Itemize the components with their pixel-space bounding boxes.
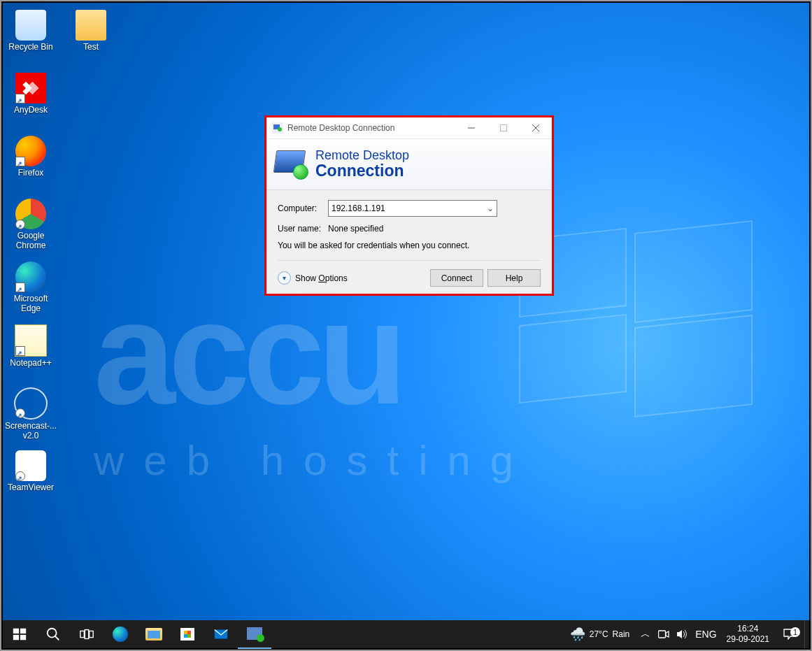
svg-rect-7	[20, 629, 26, 634]
computer-label: Computer:	[278, 203, 328, 213]
weather-cond: Rain	[613, 629, 630, 639]
rdc-large-icon	[275, 149, 308, 180]
notepadpp-icon	[15, 324, 47, 357]
taskbar: 🌧️ 27°C Rain ︿ ENG 16:24 29-09-2021 1	[3, 620, 809, 648]
clock[interactable]: 16:24 29-09-2021	[721, 624, 775, 645]
desktop-icons-col2: Test	[64, 10, 122, 73]
expand-down-icon: ▾	[278, 271, 291, 285]
windows-logo-background	[519, 227, 771, 422]
username-value: None specified	[328, 224, 383, 234]
tray-meet-now[interactable]	[655, 620, 673, 648]
notification-badge: 1	[790, 627, 800, 637]
desktop-icon-firefox[interactable]: Firefox	[4, 136, 57, 189]
search-button[interactable]	[36, 620, 70, 648]
desktop-icon-label: AnyDesk	[14, 105, 48, 115]
svg-rect-16	[659, 631, 666, 638]
desktop-icon-notepad-pp[interactable]: Notepad++	[4, 324, 57, 378]
svg-rect-13	[85, 630, 89, 639]
task-view-button[interactable]	[70, 620, 104, 648]
desktop-icon-label: TeamViewer	[8, 482, 54, 492]
dialog-title: Remote Desktop Connection	[287, 123, 394, 133]
taskbar-microsoft-store[interactable]	[171, 620, 204, 648]
rdc-dialog-highlight: Remote Desktop Connection Remote Desktop…	[264, 115, 554, 296]
chrome-icon	[15, 199, 46, 229]
desktop-icon-anydesk[interactable]: AnyDesk	[4, 73, 57, 126]
svg-rect-9	[20, 635, 26, 640]
chevron-up-icon: ︿	[641, 628, 650, 641]
system-tray: 🌧️ 27°C Rain ︿ ENG 16:24 29-09-2021 1	[563, 620, 809, 648]
desktop-icon-label: Test	[83, 42, 99, 52]
watermark-small: web hosting	[94, 436, 533, 485]
desktop[interactable]: accu web hosting Recycle Bin AnyDesk Fir…	[3, 3, 809, 620]
recycle-bin-icon	[15, 10, 46, 41]
weather-widget[interactable]: 🌧️ 27°C Rain	[563, 627, 637, 642]
screencast-icon	[14, 387, 48, 420]
desktop-icon-label: Recycle Bin	[8, 42, 52, 52]
desktop-icons-col1: Recycle Bin AnyDesk Firefox Google Chrom…	[4, 10, 62, 513]
screen-frame: accu web hosting Recycle Bin AnyDesk Fir…	[0, 0, 812, 651]
show-options-toggle[interactable]: ▾ Show Options	[278, 271, 348, 285]
desktop-icon-test-folder[interactable]: Test	[64, 10, 117, 63]
computer-combobox[interactable]: 192.168.1.191 ⌄	[328, 200, 497, 217]
store-icon	[180, 628, 194, 641]
minimize-button[interactable]	[455, 117, 487, 138]
dialog-titlebar[interactable]: Remote Desktop Connection	[266, 117, 552, 139]
svg-rect-14	[90, 631, 94, 637]
weather-icon: 🌧️	[570, 627, 585, 642]
taskbar-mail[interactable]	[204, 620, 238, 648]
show-desktop-button[interactable]	[804, 620, 809, 648]
svg-marker-17	[677, 630, 682, 638]
desktop-icon-label: Google Chrome	[4, 231, 57, 250]
dialog-branding: Remote Desktop Connection	[266, 139, 552, 190]
firefox-icon	[15, 136, 46, 166]
svg-rect-8	[13, 635, 19, 640]
chevron-down-icon: ⌄	[487, 203, 494, 213]
svg-line-11	[55, 636, 59, 641]
edge-icon	[113, 627, 128, 642]
desktop-icon-label: Microsoft Edge	[4, 294, 57, 313]
teamviewer-icon	[15, 450, 46, 481]
clock-time: 16:24	[727, 624, 769, 634]
folder-icon	[76, 10, 106, 41]
dialog-body: Computer: 192.168.1.191 ⌄ User name: Non…	[266, 190, 552, 294]
close-button[interactable]	[520, 117, 552, 138]
rdc-icon	[247, 627, 262, 640]
rdc-app-icon	[272, 122, 283, 134]
svg-point-10	[48, 629, 57, 638]
svg-rect-6	[13, 629, 19, 634]
start-button[interactable]	[3, 620, 36, 648]
svg-point-1	[278, 127, 282, 131]
desktop-icon-google-chrome[interactable]: Google Chrome	[4, 199, 57, 252]
help-button[interactable]: Help	[487, 269, 541, 287]
anydesk-icon	[15, 73, 46, 103]
svg-rect-3	[501, 125, 507, 131]
username-label: User name:	[278, 224, 328, 234]
desktop-icon-label: Screencast-... v2.0	[4, 421, 57, 441]
computer-value: 192.168.1.191	[332, 203, 385, 213]
desktop-icon-teamviewer[interactable]: TeamViewer	[4, 450, 57, 503]
svg-rect-12	[80, 631, 85, 637]
brand-line1: Remote Desktop	[315, 149, 409, 162]
desktop-icon-recycle-bin[interactable]: Recycle Bin	[4, 10, 57, 63]
taskbar-file-explorer[interactable]	[137, 620, 171, 648]
tray-volume[interactable]	[673, 620, 691, 648]
taskbar-edge[interactable]	[104, 620, 137, 648]
connect-button[interactable]: Connect	[430, 269, 483, 287]
action-center-button[interactable]: 1	[775, 629, 804, 640]
weather-temp: 27°C	[590, 629, 608, 639]
desktop-icon-screencast[interactable]: Screencast-... v2.0	[4, 387, 57, 441]
maximize-button[interactable]	[487, 117, 520, 138]
taskbar-remote-desktop[interactable]	[238, 620, 271, 649]
desktop-icon-microsoft-edge[interactable]: Microsoft Edge	[4, 262, 57, 315]
desktop-icon-label: Firefox	[18, 168, 44, 178]
folder-icon	[145, 628, 162, 641]
credentials-info: You will be asked for credentials when y…	[278, 241, 541, 250]
language-indicator[interactable]: ENG	[691, 620, 720, 648]
rdc-dialog: Remote Desktop Connection Remote Desktop…	[266, 117, 552, 294]
desktop-icon-label: Notepad++	[10, 358, 51, 368]
clock-date: 29-09-2021	[727, 634, 769, 645]
edge-icon	[15, 262, 46, 292]
tray-overflow-button[interactable]: ︿	[636, 620, 655, 648]
brand-line2: Connection	[315, 162, 409, 179]
